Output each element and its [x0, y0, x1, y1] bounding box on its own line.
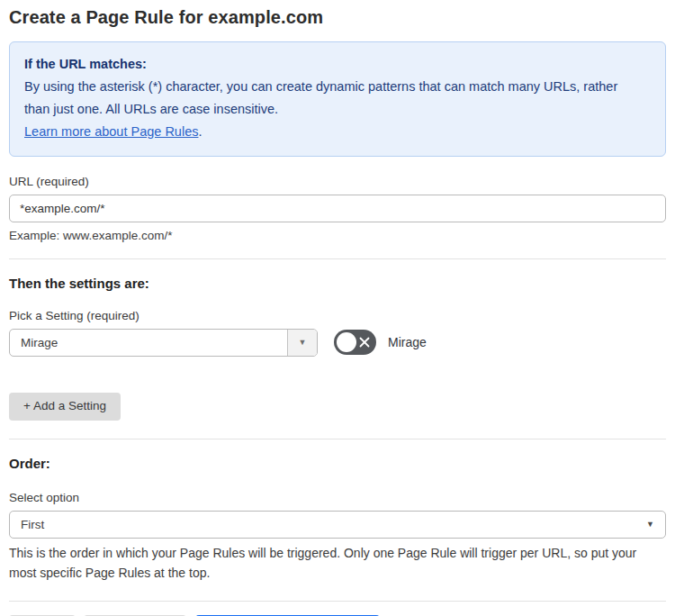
select-option-label: Select option: [9, 491, 666, 504]
x-icon: [359, 337, 370, 348]
info-box-body: By using the asterisk (*) character, you…: [24, 76, 636, 121]
chevron-down-icon: ▼: [299, 339, 307, 347]
divider: [9, 258, 666, 259]
settings-section-heading: Then the settings are:: [9, 276, 666, 291]
chevron-down-icon: ▼: [646, 521, 654, 529]
page-title: Create a Page Rule for example.com: [9, 7, 666, 28]
learn-more-page-rules-link[interactable]: Learn more about Page Rules: [24, 124, 198, 139]
url-required-label: URL (required): [9, 175, 666, 188]
mirage-toggle[interactable]: [334, 330, 376, 355]
info-box-heading: If the URL matches:: [24, 53, 651, 76]
create-page-rule-form: Create a Page Rule for example.com If th…: [0, 0, 675, 616]
setting-select-value: Mirage: [10, 330, 287, 356]
setting-select-arrow-button[interactable]: ▼: [287, 330, 317, 356]
url-match-info-box: If the URL matches: By using the asteris…: [9, 41, 666, 157]
add-setting-button[interactable]: + Add a Setting: [9, 393, 121, 421]
divider: [9, 439, 666, 439]
pick-setting-label: Pick a Setting (required): [9, 309, 666, 322]
order-select-value: First: [21, 518, 44, 531]
setting-select[interactable]: Mirage ▼: [9, 329, 318, 357]
url-example-helper: Example: www.example.com/*: [9, 229, 666, 242]
order-select[interactable]: First ▼: [9, 511, 666, 539]
toggle-setting-label: Mirage: [388, 335, 427, 349]
order-section-heading: Order:: [9, 456, 666, 471]
order-helper-text: This is the order in which your Page Rul…: [9, 543, 666, 583]
link-trailing-period: .: [198, 124, 202, 139]
url-input[interactable]: [9, 195, 666, 222]
info-box-link-line: Learn more about Page Rules.: [24, 121, 651, 143]
setting-row: Mirage ▼ Mirage: [9, 329, 666, 357]
divider: [9, 601, 666, 602]
toggle-knob: [337, 332, 356, 352]
